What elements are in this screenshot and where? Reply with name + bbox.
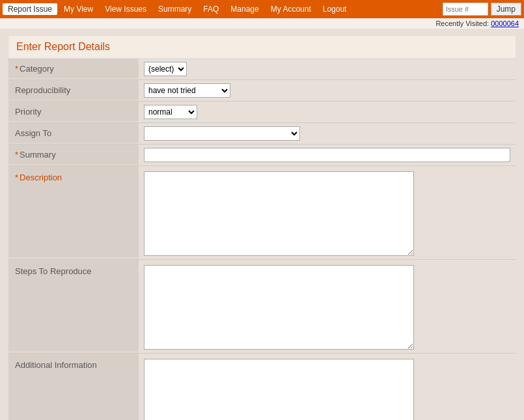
assign-to-control-cell: [139, 123, 516, 144]
summary-required: *: [15, 150, 18, 160]
nav-view-issues[interactable]: View Issues: [100, 3, 152, 15]
category-control-cell: (select): [139, 59, 516, 79]
steps-textarea[interactable]: [144, 265, 414, 350]
page-title: Enter Report Details: [8, 36, 516, 59]
assign-to-row: Assign To: [8, 123, 516, 145]
description-label: * Description: [8, 166, 139, 257]
nav-logout[interactable]: Logout: [318, 3, 352, 15]
nav-summary[interactable]: Summary: [153, 3, 197, 15]
steps-row: Steps To Reproduce: [8, 260, 516, 354]
priority-select[interactable]: nonelownormalhighurgentimmediate: [144, 105, 197, 119]
description-textarea[interactable]: [144, 171, 414, 256]
assign-to-label: Assign To: [8, 123, 139, 143]
recently-visited-bar: Recently Visited: 0000064: [0, 18, 524, 29]
category-select[interactable]: (select): [144, 62, 187, 76]
recently-visited-link[interactable]: 0000064: [491, 20, 519, 27]
recently-visited-label: Recently Visited:: [435, 20, 489, 27]
reproducibility-control-cell: have not tried always sometimes random u…: [139, 80, 516, 101]
reproducibility-select[interactable]: have not tried always sometimes random u…: [144, 83, 230, 98]
priority-label: Priority: [8, 102, 139, 121]
priority-row: Priority nonelownormalhighurgentimmediat…: [8, 102, 516, 123]
category-required: *: [15, 64, 18, 74]
reproducibility-row: Reproducibility have not tried always so…: [8, 80, 516, 102]
assign-to-select[interactable]: [144, 126, 300, 141]
steps-label: Steps To Reproduce: [8, 260, 139, 351]
reproducibility-label: Reproducibility: [8, 80, 139, 100]
nav-faq[interactable]: FAQ: [198, 3, 224, 15]
form-area: * Category (select) Reproducibility have…: [8, 59, 516, 420]
nav-my-account[interactable]: My Account: [266, 3, 316, 15]
priority-control-cell: nonelownormalhighurgentimmediate: [139, 102, 516, 122]
page-content: Enter Report Details * Category (select)…: [0, 29, 524, 420]
additional-row: Additional Information: [8, 354, 516, 420]
summary-control-cell: [139, 145, 516, 165]
description-control-cell: [139, 166, 516, 259]
nav-report-issue[interactable]: Report Issue: [3, 3, 57, 15]
category-row: * Category (select): [8, 59, 516, 80]
additional-label: Additional Information: [8, 354, 139, 420]
nav-my-view[interactable]: My View: [59, 3, 98, 15]
jump-button[interactable]: Jump: [491, 3, 521, 16]
issue-jump-box: Jump: [443, 3, 521, 16]
description-row: * Description: [8, 166, 516, 260]
nav-manage[interactable]: Manage: [225, 3, 264, 15]
summary-label: * Summary: [8, 145, 139, 164]
summary-input[interactable]: [144, 148, 510, 162]
navbar: Report Issue My View View Issues Summary…: [0, 0, 524, 18]
issue-number-input[interactable]: [443, 3, 488, 16]
report-box: Enter Report Details * Category (select)…: [8, 35, 516, 420]
description-required: *: [15, 173, 18, 182]
steps-control-cell: [139, 260, 516, 353]
additional-control-cell: [139, 354, 516, 420]
category-label: * Category: [8, 59, 139, 78]
additional-textarea[interactable]: [144, 359, 414, 420]
summary-row: * Summary: [8, 145, 516, 166]
